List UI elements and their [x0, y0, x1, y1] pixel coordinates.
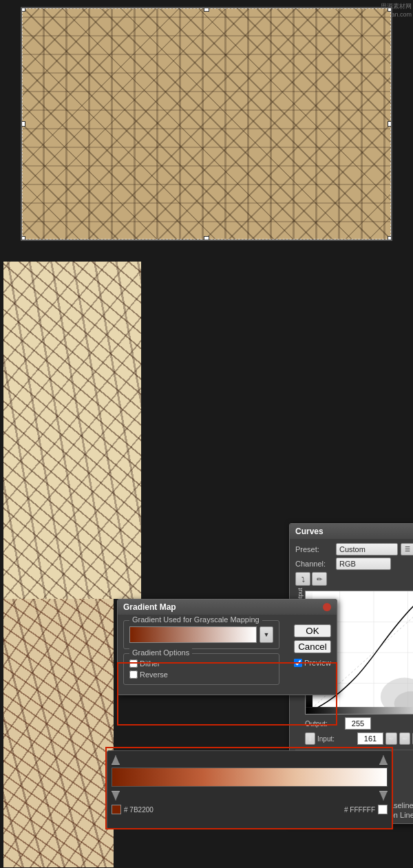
- handle-bm[interactable]: [204, 236, 209, 241]
- curves-title-bar: Curves: [290, 524, 413, 539]
- left-color-stop: # 7B2200: [112, 805, 153, 814]
- gradient-preview-bar[interactable]: [129, 626, 257, 643]
- stop-handle-right[interactable]: [379, 755, 388, 765]
- gradient-dropdown-arrow[interactable]: ▼: [260, 626, 273, 643]
- top-image: [21, 7, 392, 241]
- gradient-map-dialog: Gradient Map OK Cancel Preview Gradient …: [117, 599, 337, 695]
- stop-handle-left[interactable]: [112, 755, 120, 765]
- gradient-map-close-icon[interactable]: [323, 603, 331, 611]
- gradient-editor-bar[interactable]: [112, 768, 388, 787]
- curves-title: Curves: [295, 527, 324, 536]
- input-label: Input:: [317, 735, 355, 743]
- handle-bl[interactable]: [21, 236, 25, 241]
- right-color-swatch[interactable]: [378, 805, 388, 814]
- gradient-options-title: Gradient Options: [129, 648, 192, 657]
- handle-mr[interactable]: [388, 121, 392, 127]
- gm-right-buttons: OK Cancel Preview: [294, 624, 331, 667]
- gm-cancel-button[interactable]: Cancel: [294, 640, 331, 653]
- input-icon-btn[interactable]: ⬇: [305, 732, 315, 745]
- gm-ok-button[interactable]: OK: [294, 624, 331, 637]
- svg-rect-10: [306, 707, 413, 714]
- dither-checkbox[interactable]: [129, 659, 138, 668]
- cracked-earth-texture-left: [3, 262, 141, 599]
- input-value-input[interactable]: [357, 732, 383, 745]
- gm-preview-checkbox[interactable]: [294, 659, 302, 667]
- right-color-label: # FFFFFF: [344, 806, 375, 814]
- output-value-input[interactable]: [345, 717, 371, 730]
- stop-handle-bottom-left[interactable]: [112, 791, 120, 801]
- curves-menu-icon[interactable]: ☰: [401, 543, 413, 555]
- preset-dropdown[interactable]: Custom: [336, 543, 398, 555]
- bottom-left-image: [3, 599, 114, 867]
- right-color-stop: # FFFFFF: [344, 805, 388, 814]
- channel-dropdown[interactable]: RGB: [336, 558, 391, 570]
- pencil-tool-btn[interactable]: ✏: [312, 572, 327, 586]
- preset-label: Preset:: [295, 545, 333, 553]
- channel-label: Channel:: [295, 560, 333, 568]
- gradient-map-title-bar: Gradient Map: [118, 600, 337, 615]
- reverse-checkbox[interactable]: [129, 670, 138, 679]
- gradient-options-section: Gradient Options Dither Reverse: [123, 653, 279, 685]
- cracked-earth-texture-top: [22, 8, 391, 240]
- gradient-used-section: Gradient Used for Grayscale Mapping ▼: [123, 620, 279, 649]
- bottom-stops-row: [112, 791, 388, 801]
- output-label: Output:: [305, 720, 343, 728]
- dither-label-wrap: Dither: [129, 659, 273, 668]
- curve-tool-btn[interactable]: ⤵: [295, 572, 310, 586]
- gradient-map-title: Gradient Map: [123, 602, 176, 612]
- dither-label: Dither: [140, 659, 160, 668]
- stop-handle-bottom-right[interactable]: [379, 791, 388, 801]
- gradient-section-title: Gradient Used for Grayscale Mapping: [129, 615, 262, 624]
- reverse-label-wrap: Reverse: [129, 670, 273, 679]
- handle-ml[interactable]: [21, 121, 25, 127]
- selection-border: [22, 8, 391, 240]
- left-image: [3, 262, 141, 599]
- handle-tl[interactable]: [21, 7, 25, 12]
- eyedropper-gray[interactable]: ✒: [399, 732, 411, 745]
- gradient-editor: # 7B2200 # FFFFFF: [107, 750, 392, 829]
- reverse-label: Reverse: [140, 670, 168, 679]
- handle-tr[interactable]: [388, 7, 392, 12]
- gradient-preview-row: ▼: [129, 626, 273, 643]
- handle-tm[interactable]: [204, 7, 209, 12]
- eyedropper-black[interactable]: ✒: [385, 732, 397, 745]
- gm-preview-label: Preview: [304, 659, 331, 667]
- left-color-swatch[interactable]: [112, 805, 121, 814]
- left-color-label: # 7B2200: [124, 806, 153, 814]
- handle-br[interactable]: [388, 236, 392, 241]
- cracked-earth-texture-bottom: [3, 599, 114, 867]
- color-labels-row: # 7B2200 # FFFFFF: [112, 805, 388, 814]
- top-stops-row: [112, 755, 388, 765]
